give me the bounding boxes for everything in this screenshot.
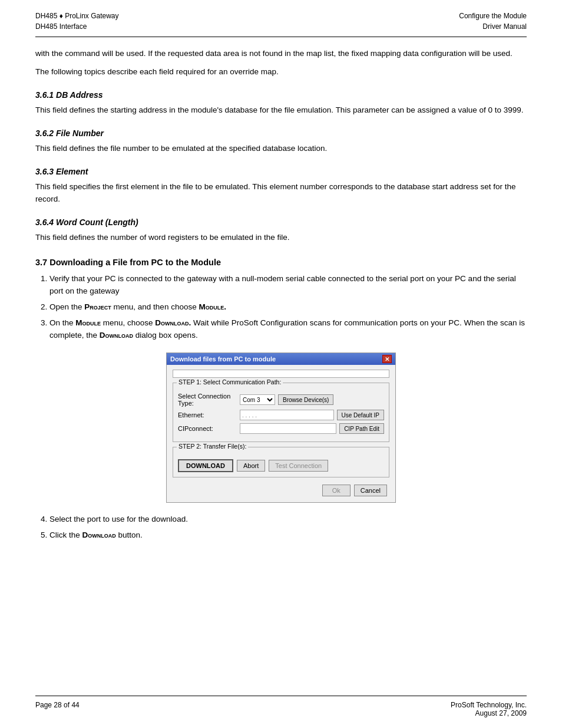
dialog-body: STEP 1: Select Communication Path: Selec… xyxy=(167,365,395,502)
section-361-heading: 3.6.1 DB Address xyxy=(35,90,527,100)
page: DH485 ♦ ProLinx Gateway DH485 Interface … xyxy=(0,0,562,728)
step-5-text-post: button. xyxy=(116,531,143,539)
dialog-container: Download files from PC to module ✕ STEP … xyxy=(35,353,527,503)
step2-legend: STEP 2: Transfer File(s): xyxy=(177,443,248,450)
step-2-project: Project xyxy=(84,302,111,311)
page-footer: Page 28 of 44 ProSoft Technology, Inc. A… xyxy=(0,696,562,728)
ok-cancel-row: Ok Cancel xyxy=(173,482,389,499)
step2-section: STEP 2: Transfer File(s): DOWNLOAD Abort… xyxy=(173,447,389,477)
step-3-download-label: Download xyxy=(100,331,133,340)
cip-path-edit-button[interactable]: CIP Path Edit xyxy=(339,423,384,434)
step-3-text-mid: menu, choose xyxy=(101,318,155,327)
connection-type-select[interactable]: Com 3 xyxy=(240,394,275,405)
dialog-box: Download files from PC to module ✕ STEP … xyxy=(166,353,396,503)
footer-left: Page 28 of 44 xyxy=(35,701,80,717)
step-1-text: Verify that your PC is connected to the … xyxy=(49,274,516,295)
ethernet-row: Ethernet: Use Default IP xyxy=(178,410,384,420)
step1-section: STEP 1: Select Communication Path: Selec… xyxy=(173,383,389,442)
intro-para2: The following topics describe each field… xyxy=(35,66,527,78)
dialog-title: Download files from PC to module xyxy=(170,355,276,363)
test-connection-button[interactable]: Test Connection xyxy=(269,460,328,472)
download-button[interactable]: DOWNLOAD xyxy=(178,459,233,472)
header-left-line1: DH485 ♦ ProLinx Gateway xyxy=(35,11,119,21)
step-2-module-label: Module. xyxy=(199,302,226,311)
connection-type-label: Select Connection Type: xyxy=(178,393,240,407)
ok-button[interactable]: Ok xyxy=(322,485,351,496)
section-364-text: This field defines the number of word re… xyxy=(35,232,527,244)
step-2: Open the Project menu, and then choose M… xyxy=(49,301,527,314)
section-364-heading: 3.6.4 Word Count (Length) xyxy=(35,218,527,227)
step-3-text-end: dialog box opens. xyxy=(133,331,198,340)
use-default-ip-button[interactable]: Use Default IP xyxy=(337,410,384,420)
section-362-heading: 3.6.2 File Number xyxy=(35,129,527,138)
header-right: Configure the Module Driver Manual xyxy=(459,11,527,32)
step-5: Click the Download button. xyxy=(49,529,527,542)
dialog-titlebar: Download files from PC to module ✕ xyxy=(167,353,395,365)
footer-right-line2: August 27, 2009 xyxy=(451,709,527,717)
step1-legend: STEP 1: Select Communication Path: xyxy=(177,378,283,386)
step-4-text: Select the port to use for the download. xyxy=(49,515,188,523)
cancel-button[interactable]: Cancel xyxy=(354,485,387,496)
step-5-download-label: Download xyxy=(82,531,116,539)
main-content: with the command will be used. If the re… xyxy=(0,37,562,696)
step-2-text-mid: menu, and then choose xyxy=(111,302,199,311)
step-2-project-label: Project xyxy=(84,302,111,311)
section-362-text: This field defines the file number to be… xyxy=(35,143,527,155)
section-37-heading: 3.7 Downloading a File from PC to the Mo… xyxy=(35,258,527,267)
step-4: Select the port to use for the download. xyxy=(49,513,527,526)
step-1: Verify that your PC is connected to the … xyxy=(49,273,527,298)
footer-right-line1: ProSoft Technology, Inc. xyxy=(451,701,527,709)
abort-button[interactable]: Abort xyxy=(237,460,265,472)
step-3-module: Module xyxy=(75,318,101,327)
step-5-text-pre: Click the xyxy=(49,531,82,539)
steps-list-continued: Select the port to use for the download.… xyxy=(49,513,527,542)
step-2-text-pre: Open the xyxy=(49,302,84,311)
cip-connect-input[interactable] xyxy=(240,423,336,434)
close-icon: ✕ xyxy=(385,356,389,363)
footer-right: ProSoft Technology, Inc. August 27, 2009 xyxy=(451,701,527,717)
section-363-text: This field specifies the first element i… xyxy=(35,181,527,206)
intro-para1: with the command will be used. If the re… xyxy=(35,48,527,60)
section-361-text: This field defines the starting address … xyxy=(35,104,527,117)
steps-list: Verify that your PC is connected to the … xyxy=(49,273,527,342)
header-left-line2: DH485 Interface xyxy=(35,21,119,32)
ethernet-input[interactable] xyxy=(240,410,334,420)
header-right-line1: Configure the Module xyxy=(459,11,527,21)
connection-type-row: Select Connection Type: Com 3 Browse Dev… xyxy=(178,393,384,407)
step-3-download: Download. xyxy=(155,318,191,327)
page-header: DH485 ♦ ProLinx Gateway DH485 Interface … xyxy=(0,0,562,37)
header-left: DH485 ♦ ProLinx Gateway DH485 Interface xyxy=(35,11,119,32)
header-right-line2: Driver Manual xyxy=(459,21,527,32)
section-363-heading: 3.6.3 Element xyxy=(35,167,527,176)
ethernet-label: Ethernet: xyxy=(178,411,240,419)
step-3-text-pre: On the xyxy=(49,318,75,327)
browse-devices-button[interactable]: Browse Device(s) xyxy=(278,394,333,405)
step-3: On the Module menu, choose Download. Wai… xyxy=(49,317,527,342)
cip-connect-label: CIPconnect: xyxy=(178,425,240,432)
progress-bar xyxy=(173,370,389,378)
dialog-close-button[interactable]: ✕ xyxy=(382,355,392,363)
step2-buttons: DOWNLOAD Abort Test Connection xyxy=(178,459,384,472)
cip-connect-row: CIPconnect: CIP Path Edit xyxy=(178,423,384,434)
